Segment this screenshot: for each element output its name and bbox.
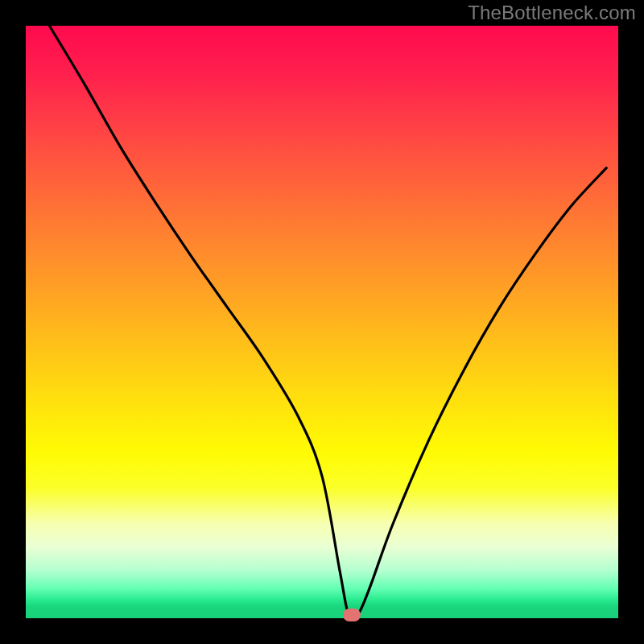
minimum-marker [343,609,361,621]
watermark-text: TheBottleneck.com [468,2,636,24]
bottleneck-curve-path [49,26,606,620]
chart-stage: TheBottleneck.com [0,0,644,644]
plot-area [26,26,618,618]
curve-svg [26,26,618,618]
